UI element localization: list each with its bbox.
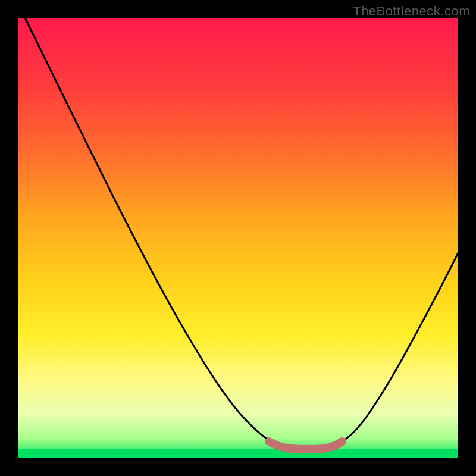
svg-rect-2 — [18, 449, 458, 458]
chart-svg — [0, 0, 476, 476]
watermark-label: TheBottleneck.com — [353, 4, 470, 19]
svg-rect-1 — [18, 18, 458, 458]
bottleneck-chart — [0, 0, 476, 476]
